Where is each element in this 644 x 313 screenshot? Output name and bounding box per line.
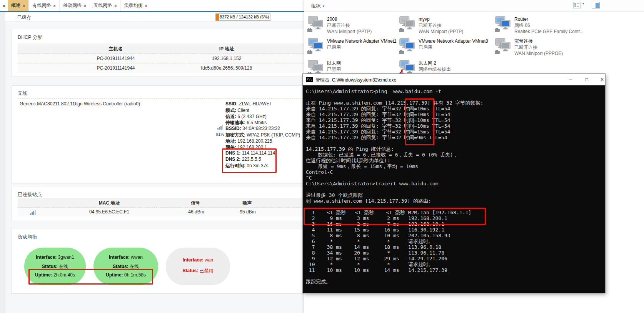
network-connection-vmnet8[interactable]: VMware Network Adapter VMnet8已启用 (399, 37, 495, 55)
cmd-window: C:\ 管理员: C:\Windows\system32\cmd.exe ─ □… (303, 74, 605, 293)
connection-status: 已断开连接 (514, 44, 563, 50)
hostname-cell: PC-201911141944 (97, 65, 135, 71)
interface-bubble-3gwan1: Interface: 3gwan1 Status: 在线 Uptime: 2h:… (24, 248, 86, 285)
status-value: 在线 (130, 264, 139, 269)
preview-pane-button[interactable] (592, 2, 600, 10)
tab-mobile-network[interactable]: 移动网络 × (60, 0, 90, 11)
col-noise: 噪声 (242, 200, 252, 206)
network-connection-broadband[interactable]: 宽带连接已断开连接WAN Miniport (PPPOE) (495, 37, 591, 57)
view-mode-button[interactable]: ▼ (573, 2, 585, 10)
network-adapter-icon (307, 15, 324, 33)
table-row: PC-201911141944 fdc5:d60e:2656::509/128 (18, 63, 312, 73)
hostname-cell: PC-201911141944 (97, 56, 135, 61)
detail-label: BSSID: (225, 126, 241, 131)
scroll-tabs-left-icon[interactable]: « (0, 0, 8, 11)
connection-name: 2008 (327, 16, 372, 22)
detail-label: 网关: (225, 145, 236, 150)
close-button[interactable]: ✕ (598, 76, 606, 83)
detail-value: 6 (2.437 GHz) (237, 114, 266, 119)
stations-title: 已连接站点 (18, 191, 42, 198)
stations-card: 已连接站点 MAC 地址 信号 噪声 04:95:E6:5C:EC:F1 -46… (12, 187, 312, 221)
connection-device: WAN Miniport (PPTP) (327, 28, 372, 35)
tab-label: 负载均衡 (124, 2, 143, 9)
tab-wired-network[interactable]: 有线网络 × (29, 0, 59, 11)
tab-overview[interactable]: 概述 × (8, 0, 29, 11)
cmd-icon: C:\ (306, 77, 313, 82)
mac-cell: 04:95:E6:5C:EC:F1 (89, 209, 129, 215)
interface-value: 3gwan1 (58, 255, 74, 260)
progress-value: 8372 kB / 124132 kB (6%) (220, 15, 269, 19)
buffered-memory-row: 已缓存 8372 kB / 124132 kB (6%) (5, 12, 312, 22)
tab-label: 移动网络 (63, 2, 82, 9)
network-adapter-icon (495, 15, 511, 33)
tab-close-icon[interactable]: × (145, 3, 147, 8)
detail-label: 信道: (225, 114, 236, 119)
table-row: PC-201911141944 192.168.1.152 (18, 53, 312, 63)
preview-pane-icon (592, 2, 600, 8)
status-label: Status: (182, 268, 198, 273)
network-connection-vmnet1[interactable]: VMware Network Adapter VMnet1已启用 (307, 37, 404, 55)
tab-bar: « 概述 × 有线网络 × 移动网络 × 无线网络 × 负载均衡 × (0, 0, 312, 11)
status-value: 已禁用 (200, 268, 214, 273)
detail-value: ZLWL-HUAWEI (239, 101, 271, 107)
col-hostname: 主机名 (109, 46, 123, 52)
chevron-down-icon: ▼ (322, 5, 325, 8)
detail-label: DNS 2: (225, 156, 240, 162)
network-adapter-icon (399, 15, 415, 33)
explorer-toolbar: 组织▼ ▼ (304, 0, 644, 12)
ip-cell: fdc5:d60e:2656::509/128 (201, 65, 252, 71)
network-connection-myvp[interactable]: myvp已断开连接WAN Miniport (PPTP) (399, 15, 495, 35)
station-row: 04:95:E6:5C:EC:F1 -46 dBm -95 dBm (18, 207, 312, 216)
interface-label: Interface: (109, 255, 130, 260)
tab-load-balance[interactable]: 负载均衡 × (121, 0, 151, 11)
connection-name: Router (514, 16, 584, 22)
signal-icon (30, 210, 36, 215)
network-connection-2008[interactable]: 2008已断开连接WAN Miniport (PPTP) (307, 15, 404, 35)
dhcp-table-header: 主机名 IP 地址 (18, 43, 312, 53)
signal-cell: -46 dBm (187, 209, 204, 215)
organize-label: 组织 (311, 3, 320, 8)
console-output: C:\Users\Administrator>ping www.baidu.co… (306, 88, 483, 285)
tab-close-icon[interactable]: × (114, 3, 117, 8)
wireless-card: 无线 Generic MAC80211 802.11bgn Wireless C… (12, 85, 312, 183)
left-gutter (0, 12, 5, 313)
load-balance-title: 负载均衡 (18, 234, 37, 240)
dhcp-title: DHCP 分配 (18, 34, 42, 41)
detail-value: 0h 3m 37s (247, 163, 268, 168)
organize-menu[interactable]: 组织▼ (311, 3, 325, 9)
ip-cell: 192.168.1.152 (212, 56, 242, 61)
console-area[interactable]: C:\Users\Administrator>ping www.baidu.co… (303, 85, 605, 293)
connection-status: 已断开连接 (419, 22, 463, 28)
detail-label: 加密方式: (225, 132, 245, 138)
network-connection-router[interactable]: Router网络 66Realtek PCIe GBE Family Contr… (495, 15, 591, 35)
minimize-button[interactable]: ─ (567, 76, 574, 83)
detail-value: Client (237, 108, 249, 113)
wireless-details: SSID: ZLWL-HUAWEI 模式: Client 信道: 6 (2.43… (225, 101, 300, 169)
network-adapter-icon (399, 37, 415, 55)
connection-device: WAN Miniport (PPPOE) (514, 50, 563, 57)
maximize-button[interactable]: □ (583, 76, 591, 83)
uptime-value: 2h:0m:40s (53, 272, 75, 278)
signal-icon (217, 124, 223, 130)
status-label: Status: (113, 264, 128, 269)
connection-status: 已启用 (419, 44, 488, 50)
interface-label: Interface: (36, 255, 57, 260)
connection-name: VMware Network Adapter VMnet8 (419, 38, 488, 44)
tab-close-icon[interactable]: × (23, 3, 25, 8)
tab-close-icon[interactable]: × (84, 3, 86, 8)
router-admin-page: « 概述 × 有线网络 × 移动网络 × 无线网络 × 负载均衡 × (0, 0, 312, 313)
tab-label: 有线网络 (32, 2, 51, 9)
tab-wireless-network[interactable]: 无线网络 × (90, 0, 120, 11)
connection-status: 已断开连接 (327, 22, 372, 28)
cmd-title-bar[interactable]: C:\ 管理员: C:\Windows\system32\cmd.exe ─ □… (303, 74, 605, 85)
buffered-progressbar: 8372 kB / 124132 kB (6%) (215, 13, 270, 21)
wireless-title: 无线 (18, 90, 27, 97)
wifi-signal: 91% (214, 124, 227, 137)
connection-status: 已禁用 (327, 66, 395, 72)
progress-fill (216, 14, 219, 20)
signal-percent: 91% (214, 132, 227, 137)
load-balance-card: 负载均衡 Interface: 3gwan1 Status: 在线 Uptime… (12, 228, 312, 294)
interface-value: wwan (131, 255, 143, 260)
tab-close-icon[interactable]: × (53, 3, 55, 8)
detail-label: DNS 1: (225, 150, 240, 156)
